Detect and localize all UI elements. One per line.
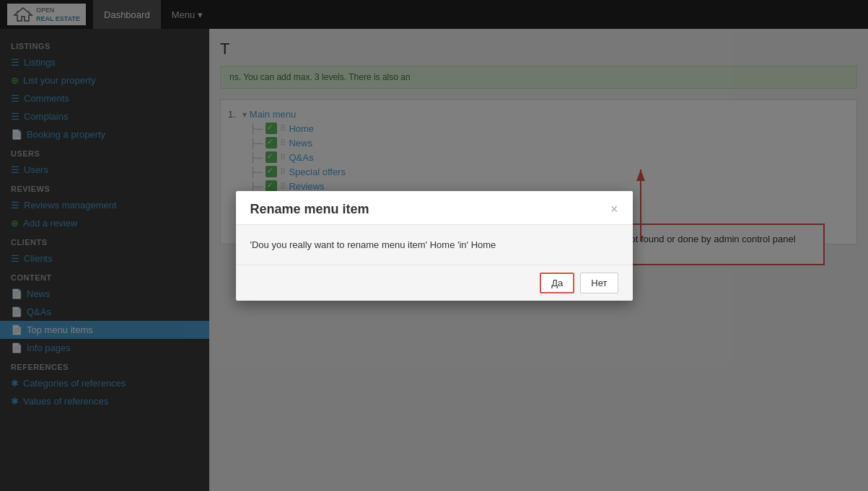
modal-footer: Да Нет (236, 265, 633, 301)
modal-close-button[interactable]: × (610, 203, 618, 216)
modal-header: Rename menu item × (236, 191, 633, 225)
confirm-no-button[interactable]: Нет (580, 273, 618, 293)
modal-body: 'Dou you really want to rename menu item… (236, 225, 633, 265)
modal-title: Rename menu item (250, 202, 369, 217)
modal-dialog: Rename menu item × 'Dou you really want … (236, 191, 633, 301)
modal-message: 'Dou you really want to rename menu item… (250, 239, 618, 250)
confirm-yes-button[interactable]: Да (540, 273, 574, 293)
modal-overlay[interactable]: Rename menu item × 'Dou you really want … (0, 0, 868, 491)
